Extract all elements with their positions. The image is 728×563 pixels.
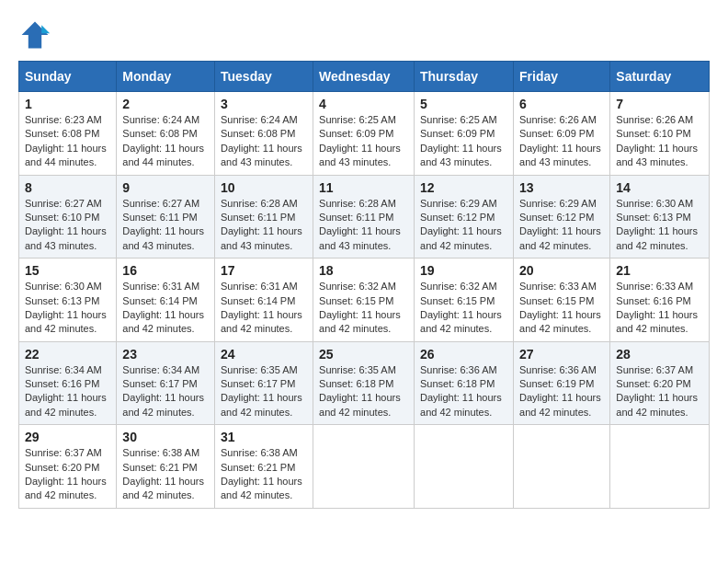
- sunset-label: Sunset: 6:17 PM: [221, 378, 295, 389]
- calendar-week-4: 22 Sunrise: 6:34 AM Sunset: 6:16 PM Dayl…: [19, 341, 710, 425]
- sunrise-label: Sunrise: 6:28 AM: [319, 198, 396, 209]
- sunset-label: Sunset: 6:13 PM: [616, 212, 690, 223]
- sunset-label: Sunset: 6:21 PM: [122, 462, 197, 473]
- sunset-label: Sunset: 6:08 PM: [221, 128, 295, 139]
- sunrise-label: Sunrise: 6:38 AM: [122, 447, 199, 458]
- daylight-label: Daylight: 11 hours and 43 minutes.: [221, 225, 302, 250]
- calendar-cell: 10 Sunrise: 6:28 AM Sunset: 6:11 PM Dayl…: [215, 175, 313, 259]
- daylight-label: Daylight: 11 hours and 42 minutes.: [221, 476, 302, 500]
- sunrise-label: Sunrise: 6:27 AM: [122, 198, 199, 209]
- sunset-label: Sunset: 6:16 PM: [25, 378, 99, 389]
- day-number: 1: [25, 97, 110, 111]
- day-info: Sunrise: 6:38 AM Sunset: 6:21 PM Dayligh…: [221, 446, 307, 503]
- calendar-cell: 21 Sunrise: 6:33 AM Sunset: 6:16 PM Dayl…: [610, 259, 710, 342]
- daylight-label: Daylight: 11 hours and 43 minutes.: [319, 143, 401, 167]
- calendar-week-1: 1 Sunrise: 6:23 AM Sunset: 6:08 PM Dayli…: [19, 92, 710, 176]
- day-number: 9: [122, 180, 209, 195]
- calendar-week-5: 29 Sunrise: 6:37 AM Sunset: 6:20 PM Dayl…: [19, 425, 710, 509]
- sunset-label: Sunset: 6:17 PM: [122, 378, 197, 389]
- daylight-label: Daylight: 11 hours and 42 minutes.: [221, 309, 302, 334]
- day-info: Sunrise: 6:26 AM Sunset: 6:10 PM Dayligh…: [616, 113, 703, 170]
- day-number: 4: [319, 97, 408, 111]
- sunset-label: Sunset: 6:08 PM: [25, 128, 99, 139]
- svg-marker-0: [22, 22, 49, 49]
- daylight-label: Daylight: 11 hours and 42 minutes.: [616, 225, 698, 250]
- day-info: Sunrise: 6:36 AM Sunset: 6:18 PM Dayligh…: [420, 363, 507, 420]
- weekday-saturday: Saturday: [610, 62, 710, 92]
- sunrise-label: Sunrise: 6:25 AM: [319, 114, 396, 125]
- sunset-label: Sunset: 6:20 PM: [616, 378, 690, 389]
- sunset-label: Sunset: 6:15 PM: [420, 295, 495, 306]
- sunset-label: Sunset: 6:16 PM: [616, 295, 690, 306]
- sunrise-label: Sunrise: 6:32 AM: [319, 281, 396, 292]
- sunrise-label: Sunrise: 6:29 AM: [420, 198, 497, 209]
- calendar-cell: 1 Sunrise: 6:23 AM Sunset: 6:08 PM Dayli…: [19, 92, 117, 176]
- sunset-label: Sunset: 6:15 PM: [519, 295, 594, 306]
- sunrise-label: Sunrise: 6:35 AM: [319, 364, 396, 375]
- sunset-label: Sunset: 6:11 PM: [221, 212, 295, 223]
- sunset-label: Sunset: 6:09 PM: [519, 128, 594, 139]
- sunrise-label: Sunrise: 6:31 AM: [122, 281, 199, 292]
- daylight-label: Daylight: 11 hours and 43 minutes.: [420, 143, 502, 167]
- day-number: 2: [122, 97, 209, 111]
- calendar-table: SundayMondayTuesdayWednesdayThursdayFrid…: [18, 61, 710, 509]
- sunrise-label: Sunrise: 6:30 AM: [616, 198, 693, 209]
- calendar-cell: 26 Sunrise: 6:36 AM Sunset: 6:18 PM Dayl…: [415, 341, 514, 425]
- day-info: Sunrise: 6:30 AM Sunset: 6:13 PM Dayligh…: [25, 280, 110, 337]
- daylight-label: Daylight: 11 hours and 42 minutes.: [25, 309, 107, 334]
- day-info: Sunrise: 6:31 AM Sunset: 6:14 PM Dayligh…: [122, 280, 209, 337]
- calendar-cell: 7 Sunrise: 6:26 AM Sunset: 6:10 PM Dayli…: [610, 92, 710, 176]
- sunrise-label: Sunrise: 6:24 AM: [122, 114, 199, 125]
- day-number: 18: [319, 263, 408, 278]
- calendar-cell: 17 Sunrise: 6:31 AM Sunset: 6:14 PM Dayl…: [215, 259, 313, 342]
- day-info: Sunrise: 6:36 AM Sunset: 6:19 PM Dayligh…: [519, 363, 604, 420]
- day-info: Sunrise: 6:24 AM Sunset: 6:08 PM Dayligh…: [122, 113, 209, 170]
- day-number: 15: [25, 263, 110, 278]
- calendar-cell: 24 Sunrise: 6:35 AM Sunset: 6:17 PM Dayl…: [215, 341, 313, 425]
- sunset-label: Sunset: 6:09 PM: [319, 128, 393, 139]
- day-number: 26: [420, 347, 507, 362]
- calendar-cell: 30 Sunrise: 6:38 AM Sunset: 6:21 PM Dayl…: [117, 425, 215, 509]
- day-number: 28: [616, 347, 703, 362]
- weekday-wednesday: Wednesday: [313, 62, 415, 92]
- sunset-label: Sunset: 6:21 PM: [221, 462, 295, 473]
- calendar-cell: 9 Sunrise: 6:27 AM Sunset: 6:11 PM Dayli…: [117, 175, 215, 259]
- daylight-label: Daylight: 11 hours and 42 minutes.: [519, 309, 601, 334]
- daylight-label: Daylight: 11 hours and 42 minutes.: [616, 309, 698, 334]
- weekday-thursday: Thursday: [415, 62, 514, 92]
- sunset-label: Sunset: 6:12 PM: [420, 212, 495, 223]
- calendar-body: 1 Sunrise: 6:23 AM Sunset: 6:08 PM Dayli…: [19, 92, 710, 509]
- daylight-label: Daylight: 11 hours and 42 minutes.: [122, 476, 204, 500]
- calendar-cell: 8 Sunrise: 6:27 AM Sunset: 6:10 PM Dayli…: [19, 175, 117, 259]
- weekday-monday: Monday: [117, 62, 215, 92]
- sunrise-label: Sunrise: 6:27 AM: [25, 198, 102, 209]
- calendar-cell: 6 Sunrise: 6:26 AM Sunset: 6:09 PM Dayli…: [514, 92, 610, 176]
- daylight-label: Daylight: 11 hours and 43 minutes.: [122, 225, 204, 250]
- day-info: Sunrise: 6:32 AM Sunset: 6:15 PM Dayligh…: [319, 280, 408, 337]
- calendar-cell: 20 Sunrise: 6:33 AM Sunset: 6:15 PM Dayl…: [514, 259, 610, 342]
- sunrise-label: Sunrise: 6:34 AM: [25, 364, 102, 375]
- sunrise-label: Sunrise: 6:38 AM: [221, 447, 298, 458]
- calendar-cell: 29 Sunrise: 6:37 AM Sunset: 6:20 PM Dayl…: [19, 425, 117, 509]
- sunset-label: Sunset: 6:19 PM: [519, 378, 594, 389]
- day-number: 22: [25, 347, 110, 362]
- day-number: 8: [25, 180, 110, 195]
- day-number: 10: [221, 180, 307, 195]
- daylight-label: Daylight: 11 hours and 42 minutes.: [420, 392, 502, 417]
- sunrise-label: Sunrise: 6:36 AM: [519, 364, 597, 375]
- sunset-label: Sunset: 6:10 PM: [25, 212, 99, 223]
- daylight-label: Daylight: 11 hours and 42 minutes.: [25, 392, 107, 417]
- sunrise-label: Sunrise: 6:23 AM: [25, 114, 102, 125]
- calendar-cell: 27 Sunrise: 6:36 AM Sunset: 6:19 PM Dayl…: [514, 341, 610, 425]
- sunset-label: Sunset: 6:10 PM: [616, 128, 690, 139]
- calendar-cell: 3 Sunrise: 6:24 AM Sunset: 6:08 PM Dayli…: [215, 92, 313, 176]
- calendar-cell: 28 Sunrise: 6:37 AM Sunset: 6:20 PM Dayl…: [610, 341, 710, 425]
- day-info: Sunrise: 6:24 AM Sunset: 6:08 PM Dayligh…: [221, 113, 307, 170]
- day-info: Sunrise: 6:27 AM Sunset: 6:10 PM Dayligh…: [25, 197, 110, 254]
- page-header: [18, 18, 710, 52]
- daylight-label: Daylight: 11 hours and 43 minutes.: [519, 143, 601, 167]
- daylight-label: Daylight: 11 hours and 44 minutes.: [122, 143, 204, 167]
- calendar-cell: [313, 425, 415, 509]
- sunrise-label: Sunrise: 6:34 AM: [122, 364, 199, 375]
- daylight-label: Daylight: 11 hours and 42 minutes.: [420, 225, 502, 250]
